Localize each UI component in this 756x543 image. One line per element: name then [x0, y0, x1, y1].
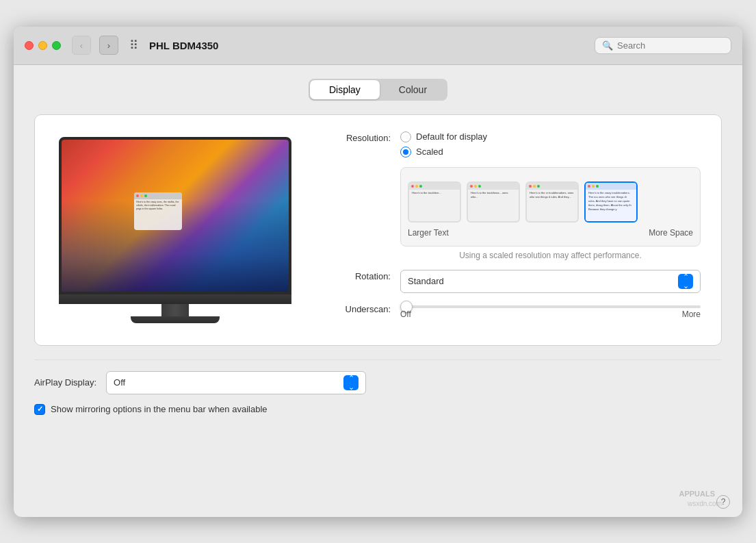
radio-scaled[interactable]: Scaled — [400, 147, 701, 157]
monitor-screen: Here's to the crazy ones, the misfits, t… — [59, 137, 291, 294]
tabs: Display Colour — [309, 79, 447, 101]
radio-label-default: Default for display — [416, 131, 487, 142]
monitor-stand-neck — [161, 304, 189, 316]
res-dot-r3 — [529, 185, 532, 188]
res-thumb-titlebar-4 — [586, 183, 636, 190]
rotation-control: Standard ⌃⌄ — [400, 270, 701, 293]
fullscreen-button[interactable] — [52, 41, 61, 50]
bottom-section: AirPlay Display: Off ⌃⌄ — [34, 359, 722, 394]
scale-labels: Larger Text More Space — [408, 228, 693, 238]
rotation-label: Rotation: — [315, 270, 391, 281]
scale-label-left: Larger Text — [408, 228, 449, 238]
watermark-brand: APPUALS — [679, 490, 715, 498]
tabs-container: Display Colour — [34, 79, 722, 101]
underscan-slider[interactable] — [400, 305, 701, 308]
res-dot-y3 — [533, 185, 536, 188]
rotation-dropdown[interactable]: Standard ⌃⌄ — [400, 270, 701, 293]
mirroring-checkbox-row[interactable]: Show mirroring options in the menu bar w… — [34, 404, 722, 415]
res-dot-g3 — [537, 185, 540, 188]
mirroring-label: Show mirroring options in the menu bar w… — [51, 404, 268, 414]
res-thumb-4[interactable]: Here's to the crazy troublemakers. The r… — [584, 181, 638, 223]
search-input[interactable] — [617, 40, 724, 51]
underscan-control: Off More — [400, 303, 701, 319]
minimize-button[interactable] — [38, 41, 47, 50]
res-thumb-titlebar-3 — [527, 183, 577, 190]
res-dot-g1 — [419, 185, 422, 188]
content-area: Display Colour — [14, 65, 742, 517]
search-bar[interactable]: 🔍 — [595, 37, 731, 54]
watermark-domain: wsxdn.com — [688, 500, 722, 507]
resolution-radio-group: Default for display Scaled — [400, 131, 701, 157]
airplay-label: AirPlay Display: — [34, 377, 96, 388]
back-button[interactable]: ‹ — [72, 36, 91, 55]
monitor-display: Here's to the crazy ones, the misfits, t… — [59, 137, 291, 323]
grid-icon[interactable]: ⠿ — [129, 38, 138, 53]
tab-colour[interactable]: Colour — [380, 80, 446, 99]
resolution-control: Default for display Scaled — [400, 131, 701, 157]
mini-window: Here's to the crazy ones, the misfits, t… — [134, 192, 182, 230]
settings-panel: Resolution: Default for display Scaled — [315, 131, 701, 329]
radio-circle-default[interactable] — [400, 131, 411, 142]
res-thumb-titlebar-1 — [409, 183, 460, 190]
window-title: PHL BDM4350 — [149, 40, 586, 51]
mini-dot-red — [136, 194, 139, 197]
resolution-label: Resolution: — [315, 131, 391, 143]
res-dot-r1 — [411, 185, 414, 188]
monitor-bezel-bottom — [59, 294, 291, 304]
monitor-stand-base — [131, 316, 220, 323]
res-dot-y4 — [592, 185, 595, 188]
rotation-row: Rotation: Standard ⌃⌄ — [315, 270, 701, 293]
mini-dot-yellow — [140, 194, 143, 197]
rotation-dropdown-arrow: ⌃⌄ — [678, 274, 693, 289]
radio-label-scaled: Scaled — [416, 147, 443, 157]
forward-button[interactable]: › — [99, 36, 118, 55]
monitor-area: Here's to the crazy ones, the misfits, t… — [55, 131, 295, 329]
res-dot-g2 — [478, 185, 481, 188]
thumbnails-spacer — [315, 167, 391, 168]
underscan-labels: Off More — [400, 310, 701, 319]
tab-display[interactable]: Display — [310, 80, 380, 99]
main-window: ‹ › ⠿ PHL BDM4350 🔍 Display Colour — [14, 27, 742, 517]
res-content-3: Here's to the cr troublemakers. ones who… — [527, 190, 577, 221]
airplay-dropdown-arrow: ⌃⌄ — [343, 375, 359, 390]
dock-bar — [62, 292, 289, 294]
res-thumb-titlebar-2 — [468, 183, 519, 190]
rotation-value: Standard — [408, 276, 678, 286]
mini-window-titlebar — [134, 192, 182, 199]
underscan-row: Underscan: Off More — [315, 303, 701, 319]
search-icon: 🔍 — [602, 40, 613, 51]
close-button[interactable] — [25, 41, 34, 50]
thumbnails-row: Here's to the troublem... Here — [315, 167, 701, 260]
mini-dot-green — [144, 194, 147, 197]
traffic-lights — [25, 41, 61, 50]
res-dot-y1 — [415, 185, 418, 188]
main-panel: Here's to the crazy ones, the misfits, t… — [34, 114, 722, 346]
radio-default-display[interactable]: Default for display — [400, 131, 701, 142]
radio-circle-scaled[interactable] — [400, 147, 411, 157]
resolution-row: Resolution: Default for display Scaled — [315, 131, 701, 157]
res-content-2: Here's to the troublema... ones who... — [468, 190, 519, 221]
underscan-label-off: Off — [400, 310, 411, 319]
underscan-slider-row: Off More — [400, 303, 701, 319]
underscan-label-more: More — [682, 310, 701, 319]
resolution-thumbnails: Here's to the troublem... Here — [408, 181, 693, 223]
res-dot-r2 — [470, 185, 473, 188]
res-thumb-1[interactable]: Here's to the troublem... — [408, 181, 461, 223]
mini-content: Here's to the crazy ones, the misfits, t… — [134, 199, 182, 212]
res-dot-r4 — [588, 185, 590, 188]
res-content-1: Here's to the troublem... — [409, 190, 460, 221]
titlebar: ‹ › ⠿ PHL BDM4350 🔍 — [14, 27, 742, 65]
performance-note: Using a scaled resolution may affect per… — [400, 251, 701, 260]
wallpaper: Here's to the crazy ones, the misfits, t… — [62, 140, 289, 292]
scale-label-right: More Space — [649, 228, 693, 238]
underscan-label: Underscan: — [315, 303, 391, 314]
res-thumb-3[interactable]: Here's to the cr troublemakers. ones who… — [525, 181, 579, 223]
res-content-4: Here's to the crazy troublemakers. The r… — [586, 190, 636, 221]
airplay-value: Off — [114, 377, 343, 388]
res-dot-g4 — [596, 185, 599, 188]
res-dot-y2 — [474, 185, 477, 188]
mirroring-checkbox[interactable] — [34, 404, 45, 415]
res-thumb-2[interactable]: Here's to the troublema... ones who... — [467, 181, 520, 223]
airplay-dropdown[interactable]: Off ⌃⌄ — [106, 371, 366, 394]
thumbnails-control: Here's to the troublem... Here — [400, 167, 701, 260]
